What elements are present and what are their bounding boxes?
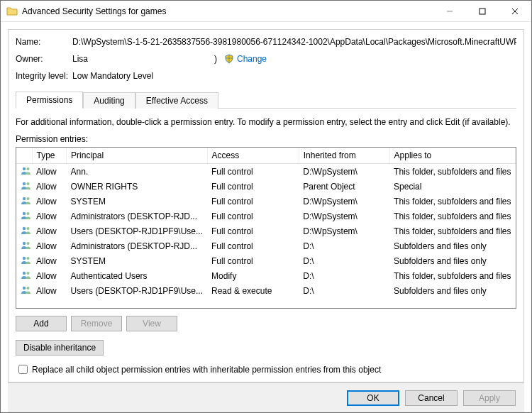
tab-effective-access[interactable]: Effective Access: [135, 92, 218, 109]
cell-access: Full control: [207, 164, 299, 180]
col-type-header[interactable]: Type: [32, 148, 67, 164]
svg-point-17: [27, 257, 30, 260]
cell-type: Allow: [32, 238, 67, 253]
content-area: Name: D:\WpSystem\S-1-5-21-2635837556-39…: [1, 22, 531, 412]
ok-button[interactable]: OK: [347, 390, 399, 406]
svg-point-15: [27, 242, 30, 245]
cell-access: Read & execute: [207, 283, 299, 298]
entries-label: Permission entries:: [16, 134, 516, 144]
cell-access: Full control: [207, 209, 299, 224]
permission-table: Type Principal Access Inherited from App…: [16, 148, 516, 298]
disable-inheritance-button[interactable]: Disable inheritance: [16, 340, 104, 356]
cell-applies: Special: [389, 179, 515, 194]
cell-principal: Users (DESKTOP-RJD1PF9\Use...: [67, 224, 207, 238]
cell-applies: Subfolders and files only: [389, 253, 515, 268]
add-button[interactable]: Add: [16, 316, 67, 331]
shield-icon: [224, 54, 234, 64]
cell-principal: Administrators (DESKTOP-RJD...: [67, 238, 207, 253]
users-icon: [16, 209, 32, 224]
users-icon: [16, 238, 32, 253]
table-row[interactable]: AllowAdministrators (DESKTOP-RJD...Full …: [16, 238, 516, 253]
svg-point-21: [27, 287, 30, 290]
cell-applies: This folder, subfolders and files: [389, 268, 515, 283]
name-label: Name:: [16, 37, 72, 47]
cell-principal: Administrators (DESKTOP-RJD...: [67, 209, 207, 224]
cell-access: Full control: [207, 179, 299, 194]
apply-button[interactable]: Apply: [463, 390, 516, 406]
cell-inherited: D:\: [299, 253, 389, 268]
col-access-header[interactable]: Access: [207, 148, 299, 164]
cell-applies: This folder, subfolders and files: [389, 164, 515, 180]
replace-checkbox[interactable]: [18, 365, 28, 374]
table-row[interactable]: AllowUsers (DESKTOP-RJD1PF9\Use...Full c…: [16, 224, 516, 238]
cell-type: Allow: [32, 164, 67, 180]
integrity-row: Integrity level: Low Mandatory Level: [16, 71, 516, 81]
users-icon: [16, 268, 32, 283]
replace-checkbox-label: Replace all child object permission entr…: [32, 365, 381, 375]
permission-table-wrap: Type Principal Access Inherited from App…: [16, 147, 516, 309]
svg-point-13: [27, 227, 30, 230]
cell-access: Full control: [207, 194, 299, 209]
svg-rect-1: [480, 9, 485, 14]
name-row: Name: D:\WpSystem\S-1-5-21-2635837556-39…: [16, 37, 516, 47]
svg-point-11: [27, 212, 30, 215]
svg-point-20: [23, 287, 26, 290]
disable-inheritance-row: Disable inheritance: [16, 340, 516, 356]
cell-applies: Subfolders and files only: [389, 283, 515, 298]
titlebar: Advanced Security Settings for games: [1, 1, 531, 22]
tab-auditing[interactable]: Auditing: [83, 92, 135, 109]
svg-point-12: [23, 227, 26, 230]
svg-point-8: [23, 197, 26, 200]
inner-frame: Name: D:\WpSystem\S-1-5-21-2635837556-39…: [8, 29, 524, 382]
svg-point-19: [27, 272, 30, 275]
change-link-text: Change: [237, 54, 267, 64]
users-icon: [16, 179, 32, 194]
cell-type: Allow: [32, 283, 67, 298]
name-value: D:\WpSystem\S-1-5-21-2635837556-39819800…: [72, 37, 516, 47]
cell-inherited: D:\WpSystem\: [299, 194, 389, 209]
svg-point-6: [23, 182, 26, 185]
svg-point-7: [27, 182, 30, 185]
integrity-label: Integrity level:: [16, 71, 72, 81]
folder-icon: [6, 6, 18, 17]
col-icon-header[interactable]: [16, 148, 32, 164]
remove-button[interactable]: Remove: [71, 316, 122, 331]
cell-inherited: D:\WpSystem\: [299, 209, 389, 224]
cell-inherited: D:\WpSystem\: [299, 224, 389, 238]
cell-inherited: Parent Object: [299, 179, 389, 194]
change-owner-link[interactable]: Change: [224, 54, 267, 64]
cell-principal: Users (DESKTOP-RJD1PF9\Use...: [67, 283, 207, 298]
svg-line-3: [512, 9, 518, 14]
minimize-button[interactable]: [433, 1, 466, 22]
owner-value: Lisa: [72, 54, 214, 64]
table-row[interactable]: AllowAdministrators (DESKTOP-RJD...Full …: [16, 209, 516, 224]
maximize-button[interactable]: [466, 1, 499, 22]
table-header-row: Type Principal Access Inherited from App…: [16, 148, 516, 164]
table-row[interactable]: AllowSYSTEMFull controlD:\Subfolders and…: [16, 253, 516, 268]
svg-point-16: [23, 257, 26, 260]
cancel-button[interactable]: Cancel: [405, 390, 458, 406]
cell-type: Allow: [32, 224, 67, 238]
svg-point-10: [23, 212, 26, 215]
view-button[interactable]: View: [126, 316, 177, 331]
table-row[interactable]: AllowUsers (DESKTOP-RJD1PF9\Use...Read &…: [16, 283, 516, 298]
tab-permissions[interactable]: Permissions: [16, 92, 83, 109]
cell-access: Full control: [207, 224, 299, 238]
col-applies-header[interactable]: Applies to: [389, 148, 515, 164]
cell-access: Modify: [207, 268, 299, 283]
cell-applies: Subfolders and files only: [389, 238, 515, 253]
info-text: For additional information, double-click…: [16, 117, 516, 127]
cell-access: Full control: [207, 238, 299, 253]
close-button[interactable]: [499, 1, 531, 22]
col-principal-header[interactable]: Principal: [67, 148, 207, 164]
col-inherited-header[interactable]: Inherited from: [299, 148, 389, 164]
table-row[interactable]: AllowAuthenticated UsersModifyD:\This fo…: [16, 268, 516, 283]
table-row[interactable]: AllowAnn.Full controlD:\WpSystem\This fo…: [16, 164, 516, 180]
owner-extra: ): [214, 54, 217, 64]
table-row[interactable]: AllowSYSTEMFull controlD:\WpSystem\This …: [16, 194, 516, 209]
cell-type: Allow: [32, 194, 67, 209]
cell-principal: Authenticated Users: [67, 268, 207, 283]
table-row[interactable]: AllowOWNER RIGHTSFull controlParent Obje…: [16, 179, 516, 194]
footer: OK Cancel Apply: [8, 382, 524, 412]
cell-type: Allow: [32, 209, 67, 224]
